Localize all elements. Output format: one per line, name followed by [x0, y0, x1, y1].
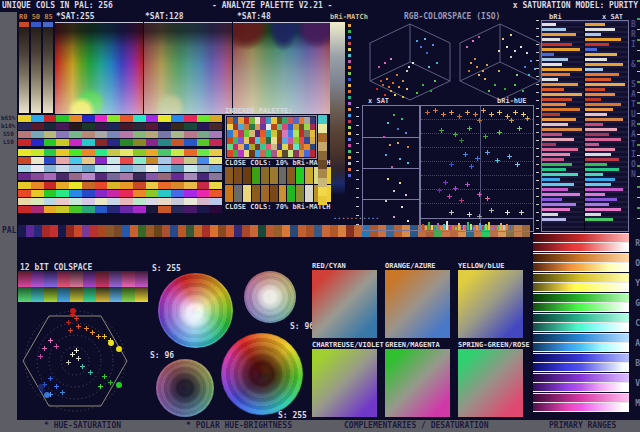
- hue-sat-primary-dot: [116, 382, 122, 388]
- rug-tick: [491, 227, 493, 230]
- strip-segment: [31, 198, 44, 205]
- complementary-label: CHARTREUSE/VIOLET: [312, 341, 385, 349]
- strip-segment: [184, 173, 197, 180]
- bri-hue-point: [451, 112, 452, 113]
- primary-range-bar-light: [533, 243, 629, 252]
- strip-segment: [158, 165, 171, 172]
- pal-segment: [194, 225, 202, 237]
- sat-bar: [585, 98, 601, 101]
- strip-segment: [56, 123, 69, 130]
- strip-segment: [44, 131, 57, 138]
- xsat-point: [399, 182, 401, 184]
- mid-swatch: [318, 133, 327, 142]
- bri-hue-point: [515, 112, 516, 113]
- strip-segment: [95, 182, 108, 189]
- color-strip-11: [18, 198, 222, 205]
- hexagon-wireframe: [20, 306, 132, 418]
- color-strip-l50: [18, 139, 222, 146]
- strip-segment: [95, 131, 108, 138]
- hue-sat-point: [92, 332, 93, 333]
- strip-segment: [56, 206, 69, 213]
- disk2-label: S: 96: [290, 322, 314, 331]
- cube-point: [488, 90, 490, 92]
- primary-range-letter: C: [635, 319, 640, 328]
- close-col-swatch: [261, 185, 269, 202]
- strip-segment: [146, 149, 159, 156]
- bri-hue-point: [499, 132, 500, 133]
- pal-segment: [154, 225, 162, 237]
- complementary-label: ORANGE/AZURE: [385, 262, 458, 270]
- colspace-tile: [44, 287, 57, 302]
- colspace-tile: [70, 287, 83, 302]
- bri-bar: [542, 193, 580, 196]
- cube-point: [502, 38, 504, 40]
- sat-bar: [585, 63, 623, 66]
- colspace-tile: [57, 287, 70, 302]
- rug-tick: [425, 226, 427, 230]
- bri-hue-point: [479, 120, 480, 121]
- sat-bar: [585, 23, 605, 26]
- bri-bar: [542, 128, 582, 131]
- primary-range-bar-light: [533, 363, 629, 372]
- strip-segment: [82, 173, 95, 180]
- strip-segment: [120, 123, 133, 130]
- strip-segment: [95, 190, 108, 197]
- hue-sat-point: [50, 394, 51, 395]
- mid-swatch: [318, 196, 327, 205]
- strip-segment: [56, 157, 69, 164]
- cube-point: [422, 84, 424, 86]
- bri-bar: [542, 153, 570, 156]
- complementary-panel: [385, 270, 450, 338]
- close-col-swatch: [279, 185, 287, 202]
- colspace-tile: [96, 271, 109, 287]
- cube-point: [416, 40, 418, 42]
- cube-point: [384, 94, 386, 96]
- strip-segment: [82, 123, 95, 130]
- rug-tick: [488, 222, 490, 230]
- primary-range-bar-light: [533, 403, 629, 412]
- cube-point: [498, 50, 500, 52]
- strip-segment: [209, 165, 222, 172]
- primary-range-bar: [533, 394, 629, 403]
- bri-hue-point: [467, 112, 468, 113]
- strip-segment: [95, 165, 108, 172]
- colspace-tile: [18, 287, 31, 302]
- rug-tick: [434, 227, 436, 230]
- strip-segment: [120, 149, 133, 156]
- strip-segment: [69, 123, 82, 130]
- bri-match-dot: [348, 162, 351, 165]
- bri-bar: [542, 118, 576, 121]
- colspace-tile: [122, 271, 135, 287]
- bri-match-dot: [348, 156, 351, 159]
- bri-bar: [542, 73, 570, 76]
- strip-segment: [158, 157, 171, 164]
- cube-point: [428, 66, 430, 68]
- complementary-cell: RED/CYAN: [312, 262, 385, 341]
- hue-sat-point: [110, 382, 111, 383]
- xsat-point: [383, 136, 385, 138]
- caption-polar-hue-brightness: * POLAR HUE-BRIGHTNESS: [186, 421, 292, 430]
- cube-point: [434, 80, 436, 82]
- strip-segment: [31, 165, 44, 172]
- bri-hue-point: [523, 114, 524, 115]
- cube-point: [498, 70, 500, 72]
- close-col-swatch: [287, 185, 295, 202]
- bri-bar: [542, 88, 564, 91]
- polar-disk-s255-bottom: [221, 333, 303, 415]
- strip-segment: [44, 190, 57, 197]
- strip-segment: [133, 157, 146, 164]
- pal-segment: [202, 225, 210, 237]
- palette-swatch: [310, 144, 316, 151]
- bri-match-label: bRi-MATCh: [330, 13, 368, 21]
- sat-bar: [585, 188, 623, 191]
- bri-match-dot: [348, 54, 351, 57]
- close-col-swatch: [296, 185, 304, 202]
- xsat-scatter-panel: [362, 105, 420, 231]
- xsat-point: [407, 220, 409, 222]
- colspace-tile: [96, 287, 109, 302]
- primary-range-bar: [533, 374, 629, 383]
- bri-bar: [542, 48, 580, 51]
- close-col-swatch: [243, 185, 251, 202]
- bri-hue-point: [517, 164, 518, 165]
- xsat-point: [405, 132, 407, 134]
